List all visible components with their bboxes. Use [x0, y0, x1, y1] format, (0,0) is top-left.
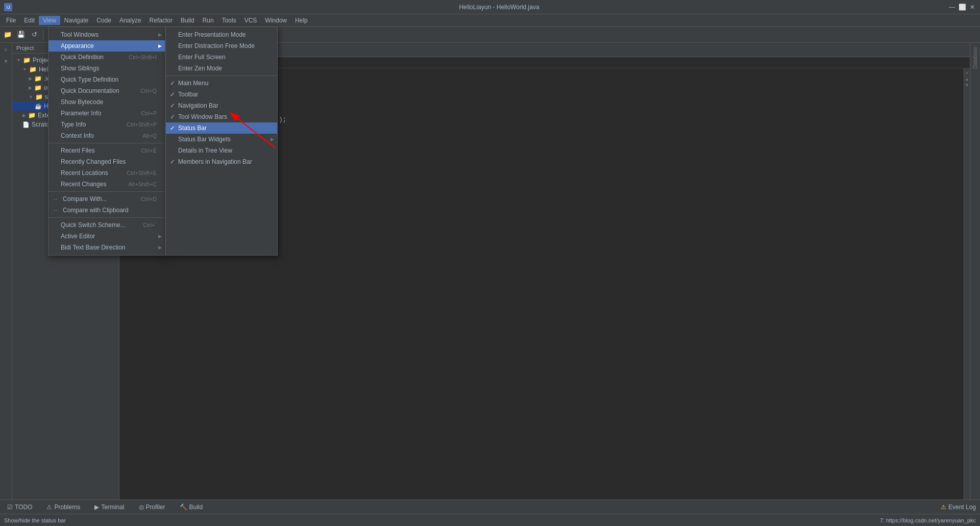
view-menu-bytecode[interactable]: Show Bytecode — [48, 96, 165, 108]
sidebar-label-database[interactable]: Database — [972, 47, 978, 69]
appearance-status-bar[interactable]: ✓ Status Bar — [166, 122, 277, 134]
bottom-tab-terminal[interactable]: ▶ Terminal — [91, 503, 127, 512]
menu-help[interactable]: Help — [291, 16, 312, 25]
close-button[interactable]: ✕ — [969, 4, 976, 11]
view-menu-recent-changes[interactable]: Recent Changes Alt+Shift+C — [48, 179, 165, 190]
label-show-siblings: Show Siblings — [61, 65, 99, 72]
view-menu-quick-type[interactable]: Quick Type Definition — [48, 74, 165, 85]
folder-icon-extern: 📁 — [28, 112, 36, 119]
right-sidebar: Database — [970, 43, 980, 499]
menu-vcs[interactable]: VCS — [240, 16, 261, 25]
label-bytecode: Show Bytecode — [61, 98, 103, 106]
menu-code[interactable]: Code — [92, 16, 115, 25]
label-details-tree: Details in Tree View — [178, 147, 232, 154]
appearance-distraction[interactable]: Enter Distraction Free Mode — [166, 40, 277, 52]
label-nav-bar: Navigation Bar — [178, 102, 218, 109]
file-icon-he: ☕ — [35, 103, 42, 110]
appearance-fullscreen[interactable]: Enter Full Screen — [166, 52, 277, 63]
appearance-submenu: Enter Presentation Mode Enter Distractio… — [165, 27, 278, 256]
view-menu-active-editor[interactable]: Active Editor — [48, 231, 165, 242]
view-menu-param-info[interactable]: Parameter Info Ctrl+P — [48, 108, 165, 119]
view-menu-show-siblings[interactable]: Show Siblings — [48, 63, 165, 74]
shortcut-recent-files: Ctrl+E — [129, 147, 157, 154]
minimize-button[interactable]: — — [948, 4, 955, 11]
view-menu-compare-clipboard[interactable]: ↔ Compare with Clipboard — [48, 205, 165, 216]
terminal-icon: ▶ — [94, 504, 99, 511]
label-status-bar-widgets: Status Bar Widgets — [178, 136, 231, 143]
label-recent-changes: Recent Changes — [61, 181, 106, 188]
menu-view[interactable]: View — [39, 16, 60, 25]
bottom-tab-profiler[interactable]: ◎ Profiler — [136, 503, 168, 512]
check-appearance — [53, 42, 60, 49]
view-menu-appearance[interactable]: Appearance — [48, 40, 165, 52]
sep-2 — [48, 191, 165, 192]
menu-analyze[interactable]: Analyze — [115, 16, 145, 25]
compare-icon: ↔ — [53, 196, 61, 202]
label-appearance: Appearance — [61, 42, 94, 49]
label-fullscreen: Enter Full Screen — [178, 54, 226, 61]
appearance-status-bar-widgets[interactable]: Status Bar Widgets — [166, 134, 277, 145]
build-label: Build — [189, 504, 203, 511]
project-panel-title: Project — [16, 45, 34, 51]
appearance-toolbar[interactable]: ✓ Toolbar — [166, 89, 277, 100]
check-show-siblings — [53, 65, 60, 72]
view-menu-recent-locations[interactable]: Recent Locations Ctrl+Shift+E — [48, 167, 165, 179]
appearance-details-tree[interactable]: Details in Tree View — [166, 145, 277, 156]
build-icon: 🔨 — [180, 504, 187, 511]
shortcut-quick-definition: Ctrl+Shift+I — [116, 54, 157, 60]
label-active-editor: Active Editor — [61, 233, 95, 240]
bottom-tab-todo[interactable]: ☑ TODO — [4, 503, 35, 512]
appearance-main-menu[interactable]: ✓ Main Menu — [166, 78, 277, 89]
view-menu-bidi[interactable]: Bidi Text Base Direction — [48, 242, 165, 253]
view-menu-quick-switch[interactable]: Quick Switch Scheme... Ctrl+` — [48, 219, 165, 231]
tree-arrow-id: ▶ — [29, 76, 32, 81]
view-menu-tool-windows[interactable]: Tool Windows — [48, 29, 165, 40]
check-distraction — [170, 42, 177, 49]
view-menu-context-info[interactable]: Context Info Alt+Q — [48, 130, 165, 141]
check-context-info — [53, 132, 60, 139]
maximize-button[interactable]: ⬜ — [959, 4, 966, 11]
view-menu-type-info[interactable]: Type Info Ctrl+Shift+P — [48, 119, 165, 130]
toolbar-refresh-btn[interactable]: ↺ — [29, 29, 40, 40]
menu-navigate[interactable]: Navigate — [60, 16, 92, 25]
menu-build[interactable]: Build — [177, 16, 199, 25]
label-main-menu: Main Menu — [178, 80, 208, 87]
menu-window[interactable]: Window — [261, 16, 291, 25]
appearance-members-nav[interactable]: ✓ Members in Navigation Bar — [166, 156, 277, 167]
event-log-tab[interactable]: ⚠ Event Log — [941, 504, 976, 511]
sidebar-icon-structure[interactable]: ≡ — [2, 45, 11, 54]
view-menu-recently-changed[interactable]: Recently Changed Files — [48, 156, 165, 167]
appearance-presentation[interactable]: Enter Presentation Mode — [166, 29, 277, 40]
toolbar-save-btn[interactable]: 💾 — [15, 29, 27, 40]
view-menu-dropdown: Tool Windows Appearance Quick Definition… — [48, 27, 165, 256]
right-gutter-down[interactable]: ▼ — [965, 83, 969, 88]
label-tool-windows: Tool Windows — [61, 31, 99, 38]
view-menu-quick-definition[interactable]: Quick Definition Ctrl+Shift+I — [48, 52, 165, 63]
check-status-bar: ✓ — [170, 124, 177, 132]
menu-edit[interactable]: Edit — [20, 16, 39, 25]
bottom-tab-build[interactable]: 🔨 Build — [177, 503, 206, 512]
sidebar-icon-favorites[interactable]: ★ — [2, 56, 11, 65]
appearance-tool-window-bars[interactable]: ✓ Tool Window Bars — [166, 111, 277, 122]
toolbar-open-btn[interactable]: 📁 — [2, 29, 13, 40]
view-menu-quick-doc[interactable]: Quick Documentation Ctrl+Q — [48, 85, 165, 96]
menu-run[interactable]: Run — [199, 16, 218, 25]
title-bar-controls: — ⬜ ✕ — [948, 4, 976, 11]
bottom-tab-problems[interactable]: ⚠ Problems — [43, 503, 83, 512]
menu-file[interactable]: File — [2, 16, 20, 25]
check-recent-changes — [53, 181, 60, 188]
appearance-nav-bar[interactable]: ✓ Navigation Bar — [166, 100, 277, 111]
shortcut-type-info: Ctrl+Shift+P — [114, 121, 157, 128]
view-menu-compare-with[interactable]: ↔ Compare With... Ctrl+D — [48, 193, 165, 205]
menu-tools[interactable]: Tools — [218, 16, 240, 25]
check-fullscreen — [170, 54, 177, 61]
label-param-info: Parameter Info — [61, 110, 101, 117]
view-menu-recent-files[interactable]: Recent Files Ctrl+E — [48, 145, 165, 156]
label-presentation: Enter Presentation Mode — [178, 31, 246, 38]
check-recently-changed — [53, 158, 60, 165]
right-gutter-up[interactable]: ▲ — [965, 77, 969, 82]
problems-label: Problems — [54, 504, 80, 511]
appearance-zen[interactable]: Enter Zen Mode — [166, 63, 277, 74]
menu-refactor[interactable]: Refactor — [145, 16, 177, 25]
shortcut-recent-locations: Ctrl+Shift+E — [114, 170, 157, 176]
